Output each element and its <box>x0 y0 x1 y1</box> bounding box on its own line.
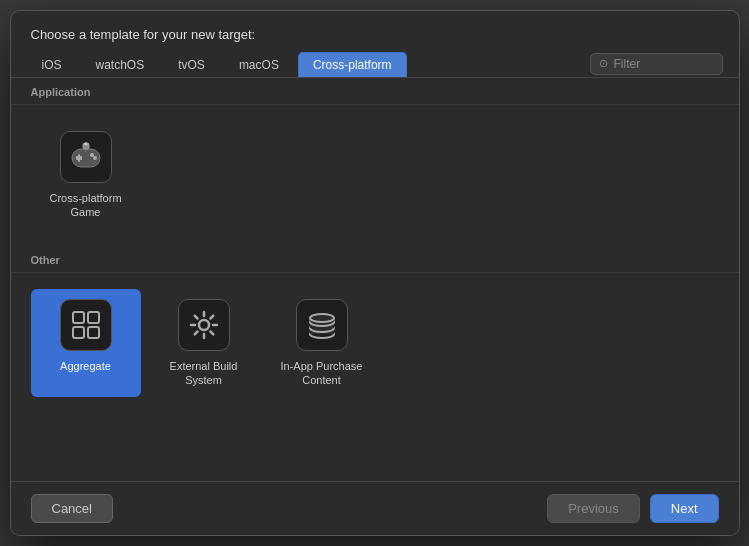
external-build-system-icon <box>185 306 223 344</box>
svg-rect-8 <box>73 312 84 323</box>
tab-macos[interactable]: macOS <box>224 52 294 77</box>
tab-crossplatform[interactable]: Cross-platform <box>298 52 407 77</box>
svg-point-6 <box>84 143 87 146</box>
section-header-other: Other <box>11 246 739 273</box>
dialog-footer: Cancel Previous Next <box>11 481 739 535</box>
svg-rect-10 <box>73 327 84 338</box>
crossplatform-game-icon-box <box>60 131 112 183</box>
svg-rect-2 <box>76 156 82 160</box>
template-chooser-dialog: Choose a template for your new target: i… <box>10 10 740 536</box>
footer-right: Previous Next <box>547 494 718 523</box>
section-header-application: Application <box>11 78 739 105</box>
in-app-purchase-icon-box <box>296 299 348 351</box>
template-item-external-build-system[interactable]: External BuildSystem <box>149 289 259 398</box>
svg-line-20 <box>194 331 197 334</box>
content-area: Application <box>11 78 739 481</box>
next-button[interactable]: Next <box>650 494 719 523</box>
in-app-purchase-icon <box>303 306 341 344</box>
dialog-header: Choose a template for your new target: <box>11 11 739 42</box>
svg-line-18 <box>210 331 213 334</box>
application-items-grid: Cross-platformGame <box>11 105 739 246</box>
svg-rect-9 <box>88 312 99 323</box>
template-item-aggregate[interactable]: Aggregate <box>31 289 141 398</box>
in-app-purchase-label: In-App PurchaseContent <box>281 359 363 388</box>
previous-button[interactable]: Previous <box>547 494 640 523</box>
aggregate-icon <box>67 306 105 344</box>
tab-ios[interactable]: iOS <box>27 52 77 77</box>
external-build-system-label: External BuildSystem <box>170 359 238 388</box>
other-items-grid: Aggregate <box>11 273 739 414</box>
svg-point-4 <box>93 156 97 160</box>
template-item-crossplatform-game[interactable]: Cross-platformGame <box>31 121 141 230</box>
filter-icon: ⊙ <box>599 57 608 70</box>
filter-area: ⊙ <box>590 53 723 75</box>
aggregate-label: Aggregate <box>60 359 111 373</box>
cancel-button[interactable]: Cancel <box>31 494 113 523</box>
crossplatform-game-icon <box>68 139 104 175</box>
tab-bar: iOS watchOS tvOS macOS Cross-platform ⊙ <box>11 42 739 78</box>
tab-tvos[interactable]: tvOS <box>163 52 220 77</box>
template-item-in-app-purchase[interactable]: In-App PurchaseContent <box>267 289 377 398</box>
aggregate-icon-box <box>60 299 112 351</box>
tab-watchos[interactable]: watchOS <box>81 52 160 77</box>
crossplatform-game-label: Cross-platformGame <box>49 191 121 220</box>
svg-line-17 <box>194 315 197 318</box>
external-build-system-icon-box <box>178 299 230 351</box>
filter-input[interactable] <box>614 57 714 71</box>
svg-point-12 <box>199 320 209 330</box>
svg-rect-11 <box>88 327 99 338</box>
dialog-title: Choose a template for your new target: <box>31 27 256 42</box>
svg-line-19 <box>210 315 213 318</box>
svg-point-3 <box>90 153 94 157</box>
